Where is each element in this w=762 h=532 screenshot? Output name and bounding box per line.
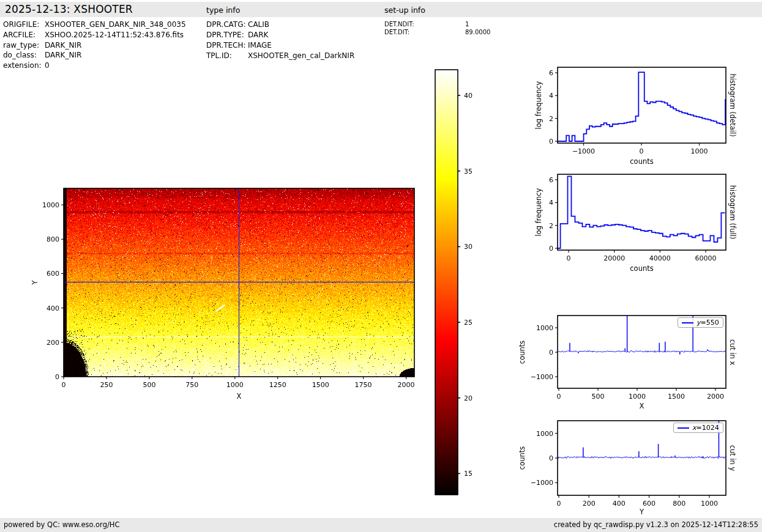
info-value: CALIB (248, 20, 269, 29)
x-tick-label: 0 (62, 381, 66, 389)
info-value: 89.0000 (465, 29, 490, 35)
colorbar-tick-label: 20 (464, 394, 473, 402)
y-tick-label: 200 (47, 338, 59, 346)
y-tick-label: 600 (47, 270, 59, 278)
info-label: DET.DIT: (384, 29, 409, 35)
x-tick-label: −1000 (572, 147, 595, 155)
x-axis-label: X (237, 392, 242, 401)
x-tick-label: 800 (673, 500, 685, 508)
y-tick-label: 0 (549, 454, 553, 462)
info-label: DET.NDIT: (384, 21, 414, 28)
x-tick-label: 0 (567, 254, 571, 262)
x-tick-label: 20000 (603, 254, 625, 262)
x-tick-label: 60000 (695, 254, 716, 262)
info-value: XSHOOTER_gen_cal_DarkNIR (248, 51, 354, 60)
y-tick-label: −1000 (531, 479, 553, 487)
y-tick-label: 0 (549, 349, 553, 357)
x-tick-label: 1000 (629, 393, 646, 401)
x-tick-label: 40000 (649, 254, 671, 262)
x-axis-label: counts (630, 157, 653, 166)
side-label: cut in x (728, 339, 737, 365)
info-value: IMAGE (248, 41, 272, 50)
x-axis-label: X (640, 402, 644, 410)
side-label: histogram (detail) (728, 73, 737, 136)
x-tick-label: 0 (640, 147, 644, 155)
side-label: cut in y (728, 445, 737, 471)
x-axis-label: Y (640, 508, 644, 516)
qc-report-page: 2025-12-13: XSHOOTER type info set-up in… (0, 0, 762, 532)
info-label: DPR.TYPE: (206, 31, 244, 39)
legend-label: x=1024 (692, 424, 719, 432)
x-tick-label: 1000 (701, 500, 718, 508)
legend-label: y=550 (697, 319, 719, 327)
x-tick-label: 600 (643, 500, 656, 508)
y-tick-label: 2 (549, 221, 553, 229)
x-tick-label: 1000 (691, 147, 708, 155)
cut-x-legend: y=550 (678, 317, 723, 328)
y-tick-label: 4 (549, 92, 553, 100)
y-tick-label: 400 (47, 304, 59, 312)
info-label: ARCFILE: (3, 31, 35, 39)
x-tick-label: 750 (185, 381, 198, 389)
y-tick-label: 0 (55, 373, 59, 381)
legend-line-sample (678, 427, 689, 429)
y-tick-label: 0 (549, 245, 553, 253)
colorbar-tick-label: 40 (464, 92, 473, 100)
colorbar-tick-label: 30 (464, 243, 473, 251)
x-tick-label: 200 (583, 500, 596, 508)
y-tick-label: 1000 (42, 201, 59, 209)
x-tick-label: 1500 (312, 381, 329, 389)
footer-powered-by: powered by QC: www.eso.org/HC (4, 520, 119, 529)
y-tick-label: 6 (549, 68, 553, 76)
y-axis-label: counts (518, 446, 526, 470)
y-tick-label: 4 (549, 199, 553, 207)
info-value: 1 (465, 21, 469, 28)
side-label: histogram (full) (728, 185, 737, 240)
x-tick-label: 400 (613, 500, 626, 508)
colorbar-tick-label: 15 (464, 470, 473, 478)
info-label: DPR.CATG: (206, 20, 246, 29)
y-axis-label: log frequency (534, 188, 543, 237)
y-tick-label: 800 (47, 235, 59, 243)
y-axis-label: counts (518, 340, 526, 363)
colorbar-tick-label: 35 (464, 167, 473, 175)
y-axis-label: Y (31, 280, 39, 284)
info-value: XSHOO.2025-12-14T11:52:43.876.fits (45, 31, 184, 39)
info-label: do_class: (3, 51, 37, 59)
x-tick-label: 2000 (398, 381, 415, 389)
info-label: ORIGFILE: (3, 20, 39, 29)
info-label: TPL.ID: (206, 51, 232, 60)
x-tick-label: 250 (100, 381, 113, 389)
y-tick-label: 1000 (536, 429, 553, 437)
cut-y-legend: x=1024 (673, 423, 723, 433)
x-tick-label: 2000 (707, 393, 724, 401)
x-tick-label: 0 (556, 500, 561, 508)
x-tick-label: 1500 (668, 393, 685, 401)
info-value: DARK_NIR (45, 51, 81, 59)
info-label: DPR.TECH: (206, 41, 246, 50)
info-value: DARK (248, 31, 268, 39)
y-tick-label: −1000 (531, 373, 553, 381)
info-label: extension: (3, 61, 42, 70)
x-tick-label: 1000 (226, 381, 244, 389)
y-axis-label: log frequency (534, 81, 543, 130)
info-value: 0 (45, 61, 50, 70)
x-tick-label: 1250 (269, 381, 286, 389)
x-tick-label: 1750 (355, 381, 372, 389)
info-value: DARK_NIR (45, 41, 81, 50)
x-tick-label: 0 (557, 393, 561, 401)
y-tick-label: 1000 (536, 324, 553, 332)
x-axis-label: counts (630, 264, 653, 273)
colorbar-tick-label: 25 (464, 319, 473, 327)
x-tick-label: 500 (143, 381, 155, 389)
info-label: raw_type: (3, 41, 39, 50)
x-tick-label: 500 (592, 393, 605, 401)
y-tick-label: 2 (549, 114, 553, 122)
info-value: XSHOOTER_GEN_DARK_NIR_348_0035 (45, 20, 186, 29)
y-tick-label: 0 (549, 138, 553, 146)
footer-created-by: created by qc_rawdisp.py v1.2.3 on 2025-… (554, 520, 758, 529)
y-tick-label: 6 (549, 175, 553, 183)
legend-line-sample (682, 322, 693, 323)
